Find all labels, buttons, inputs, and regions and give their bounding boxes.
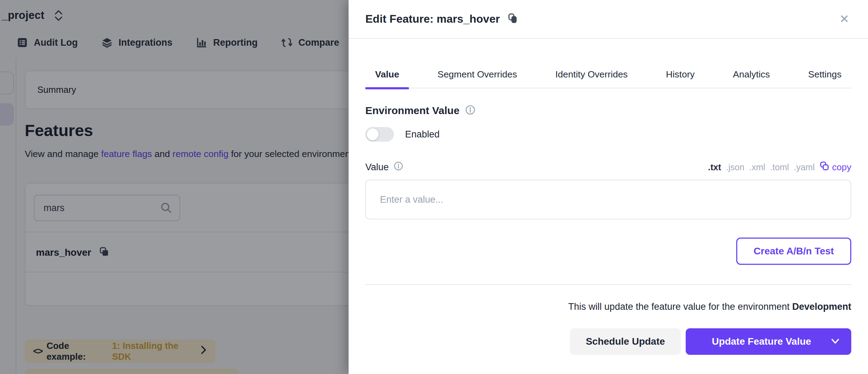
panel-header: Edit Feature: mars_hover ✕ <box>349 0 868 39</box>
heading-text: Environment Value <box>365 105 459 117</box>
format-xml[interactable]: .xml <box>749 162 765 172</box>
footer-note-text: This will update the feature value for t… <box>568 301 792 312</box>
toggle-knob <box>367 128 379 140</box>
value-input[interactable] <box>365 180 851 219</box>
copy-label: copy <box>832 162 851 173</box>
edit-feature-panel: Edit Feature: mars_hover ✕ Value Segment… <box>349 0 868 374</box>
tab-history[interactable]: History <box>656 65 704 88</box>
close-icon[interactable]: ✕ <box>836 10 853 27</box>
chevron-down-icon <box>830 338 840 345</box>
footer-divider <box>365 284 851 285</box>
info-icon[interactable] <box>465 105 475 117</box>
environment-name: Development <box>792 301 851 312</box>
footer-actions: Schedule Update Update Feature Value <box>570 328 851 355</box>
format-toml[interactable]: .toml <box>770 162 789 172</box>
update-feature-value-button[interactable]: Update Feature Value <box>686 328 851 355</box>
copy-icon <box>820 161 829 173</box>
value-label-text: Value <box>365 162 389 173</box>
tab-segment-overrides[interactable]: Segment Overrides <box>428 65 527 88</box>
tab-analytics[interactable]: Analytics <box>723 65 779 88</box>
format-txt[interactable]: .txt <box>708 162 721 172</box>
enabled-toggle[interactable] <box>365 127 394 142</box>
enabled-toggle-row: Enabled <box>365 127 440 142</box>
enabled-label: Enabled <box>405 129 440 140</box>
format-json[interactable]: .json <box>726 162 745 172</box>
footer-note: This will update the feature value for t… <box>568 301 851 312</box>
tab-settings[interactable]: Settings <box>798 65 851 88</box>
tab-identity-overrides[interactable]: Identity Overrides <box>546 65 638 88</box>
copy-icon[interactable] <box>508 13 518 25</box>
copy-value-button[interactable]: copy <box>820 161 851 173</box>
schedule-update-button[interactable]: Schedule Update <box>570 328 681 355</box>
environment-value-heading: Environment Value <box>365 105 475 117</box>
panel-tabs: Value Segment Overrides Identity Overrid… <box>365 65 851 89</box>
value-field-header: Value .txt .json .xml .toml .yaml copy <box>365 161 851 173</box>
panel-title: Edit Feature: mars_hover <box>365 13 500 25</box>
format-yaml[interactable]: .yaml <box>794 162 815 172</box>
update-button-label: Update Feature Value <box>712 336 811 347</box>
create-abn-test-button[interactable]: Create A/B/n Test <box>736 238 851 265</box>
tab-value[interactable]: Value <box>365 65 409 88</box>
info-icon[interactable] <box>394 161 403 173</box>
format-switcher: .txt .json .xml .toml .yaml copy <box>708 161 851 173</box>
